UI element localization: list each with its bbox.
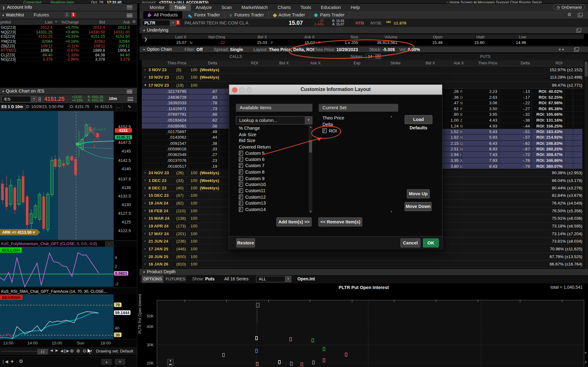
current-list-scrollbar[interactable]: ▲ ▼ xyxy=(390,115,393,213)
sort-icon[interactable]: ▼ xyxy=(55,20,57,23)
scrollbar-thumb[interactable] xyxy=(309,140,312,153)
expiration-row[interactable]: ›20 JUN 25(600)10067.79% (±13.525) xyxy=(142,253,584,261)
available-list-scrollbar[interactable]: ▲ ▼ xyxy=(309,125,312,213)
menu-analyze[interactable]: Analyze xyxy=(191,4,217,11)
expiration-row[interactable]: ›3 NOV 23(5)100(Weeklys)152.97% (±2.152) xyxy=(142,66,584,74)
available-item[interactable]: Custom11 xyxy=(236,188,309,194)
scroll-thumb[interactable]: ❚❚ xyxy=(37,349,48,354)
ondemand-button[interactable]: ◷OnDemand xyxy=(553,4,585,10)
scatter-plot-area[interactable] xyxy=(157,300,584,367)
quick-chart-bar[interactable]: ▾Quick Chart on /ES xyxy=(0,88,137,94)
expiration-row[interactable]: ›10 NOV 23(12)100(Weeklys)113.28% (±2.49… xyxy=(142,74,584,82)
pointer-tool-icon[interactable]: ▲ xyxy=(89,348,94,353)
scroll-down-icon[interactable]: ▼ xyxy=(390,210,392,213)
puts-col-header[interactable]: Bid X xyxy=(426,61,435,65)
tab-futures[interactable]: FUTURES xyxy=(164,275,187,283)
col-last[interactable]: Last xyxy=(45,20,53,24)
tab-active[interactable]: Active Trader xyxy=(269,11,310,19)
expand-row-icon[interactable]: ❯ xyxy=(144,37,147,42)
rsi-panel-plot[interactable] xyxy=(0,294,114,339)
scroll-up-icon[interactable]: ▲ xyxy=(390,115,392,118)
chart-style-icon[interactable]: ∿ xyxy=(125,104,134,110)
detach-window-icon[interactable] xyxy=(578,14,582,17)
crosshair-icon[interactable]: ⊕ xyxy=(70,348,74,353)
strike-col-header[interactable]: Strike xyxy=(391,61,401,65)
scroll-down-icon[interactable]: ▼ xyxy=(309,210,312,212)
calls-col-header[interactable]: Theo Price xyxy=(167,61,187,65)
move-down-button[interactable]: Move Down xyxy=(404,202,431,211)
chevron-down-icon[interactable]: ▼ xyxy=(31,96,37,102)
watchlist-header[interactable]: Symbol Last ▼ %Change Bid Ask ⚙ xyxy=(0,19,137,25)
collapse-icon[interactable]: ▾ xyxy=(2,90,4,93)
gear-icon[interactable]: ⚙ xyxy=(132,19,136,24)
tab-pairs[interactable]: Pairs Trader xyxy=(310,11,349,19)
add-items-button[interactable]: Add Item(s) >> xyxy=(276,218,312,227)
collapse-panel-icon[interactable]: ❘◀ xyxy=(2,359,8,364)
chart-info-cell[interactable]: H: 4152.5 xyxy=(94,104,117,110)
collapse-icon[interactable]: ▾ xyxy=(2,14,4,17)
add-gadget-icon[interactable]: + xyxy=(11,358,14,365)
chart-symbol-input[interactable]: /ES▼ xyxy=(2,96,37,102)
cancel-button[interactable]: Cancel xyxy=(400,239,420,248)
pan-left-icon[interactable]: ◀ xyxy=(50,349,53,352)
product-depth-bar[interactable]: ▾Product Depth xyxy=(140,269,588,275)
expiration-row[interactable]: ›16 JAN 26(810)10066.67% (±16.764) xyxy=(142,261,584,268)
available-item[interactable]: Custom 7 xyxy=(236,163,309,169)
series-selector[interactable]: All 16 Series xyxy=(224,277,249,281)
dialog-titlebar[interactable]: Customize Information Layout xyxy=(229,85,442,95)
interval-selector[interactable]: 10m xyxy=(109,96,117,101)
filter-collapse-icon[interactable]: ▼▼ xyxy=(558,48,565,51)
auto-scale-icon[interactable]: ◀❙▶ xyxy=(60,349,69,353)
chart-info-cell[interactable]: D: 10/29/23, 5:50 PM xyxy=(25,104,69,110)
calls-col-header[interactable]: ROI xyxy=(251,61,258,65)
chain-scrollbar-track[interactable] xyxy=(584,60,588,269)
pan-right-icon[interactable]: ▶ xyxy=(55,349,58,352)
menu-trade[interactable]: Trade xyxy=(170,4,191,11)
available-item[interactable]: Custom10 xyxy=(236,182,309,188)
puts-col-header[interactable]: Ask X xyxy=(454,61,464,65)
scatter-scroll-up-icon[interactable]: ▲ xyxy=(584,351,587,354)
available-item[interactable]: Bid Size xyxy=(236,138,309,144)
link-icon[interactable] xyxy=(37,97,42,102)
alert-badge[interactable]: 1 xyxy=(176,20,180,25)
tab-allproducts[interactable]: All Products xyxy=(143,11,182,19)
zoom-in-icon[interactable]: ⊕ xyxy=(76,348,80,353)
restore-button[interactable]: Restore xyxy=(236,239,255,248)
watchlist-row[interactable]: ES[Z23]4151.25+0.33%4151.254151.50 xyxy=(0,34,137,39)
gadget-menu-icon[interactable] xyxy=(127,6,132,9)
puts-col-header[interactable]: ROI xyxy=(556,61,563,65)
gear-icon[interactable]: ⚙ xyxy=(568,12,572,17)
settings-gear-icon[interactable]: ⚙ xyxy=(19,358,23,364)
remove-items-button[interactable]: << Remove Item(s) xyxy=(318,218,362,227)
menu-marketwatch[interactable]: MarketWatch xyxy=(237,4,273,11)
top-right-menu[interactable]: ⌂ Home Screen ✉ Messages Support Chat Ro… xyxy=(446,0,542,3)
momentum-panel-plot[interactable] xyxy=(0,247,114,287)
col-symbol[interactable]: Symbol xyxy=(0,20,11,24)
metric-selector[interactable]: Open.Int xyxy=(297,277,315,281)
lookup-combobox[interactable]: Lookup a column... ▼ xyxy=(236,116,312,125)
chevron-down-icon[interactable]: ▼ xyxy=(305,117,312,124)
col-ask[interactable]: Ask xyxy=(123,20,130,24)
menu-education[interactable]: Education xyxy=(316,4,346,11)
calls-col-header[interactable]: Bid X xyxy=(279,61,289,65)
chart-settings-menu-icon[interactable] xyxy=(128,97,133,101)
available-item[interactable]: Ask Size xyxy=(236,132,309,138)
tab-forex[interactable]: Forex Trader xyxy=(184,11,225,19)
drawing-set-selector[interactable]: Drawing set: Default xyxy=(96,349,133,353)
chart-alert-badge[interactable]: ARK <= 4113.50 × xyxy=(0,229,40,235)
menu-charts[interactable]: Charts xyxy=(273,4,296,11)
scroll-track[interactable] xyxy=(1,351,38,352)
candle-chart-extended-session[interactable] xyxy=(58,111,114,240)
available-item[interactable]: Custom 9 xyxy=(236,175,309,181)
momentum-study-title[interactable]: KoS_PolyMomentum_Chat_GPT (CLOSE, 5, 0.0… xyxy=(1,241,97,246)
menu-monitor[interactable]: Monitor xyxy=(145,4,170,11)
close-icon[interactable]: × xyxy=(33,230,35,235)
show-selector[interactable]: Show: Puts xyxy=(192,277,214,281)
scatter-scroll-down-icon[interactable]: ▼ xyxy=(584,361,587,364)
ok-button[interactable]: OK xyxy=(423,239,439,248)
watchlist-selector[interactable]: Futures xyxy=(34,12,49,18)
chart-info-cell[interactable]: ... xyxy=(115,104,123,110)
filter-selector[interactable]: Filter: Off xyxy=(184,47,203,52)
collapse-icon[interactable]: ▾ xyxy=(143,270,145,274)
chevron-down-icon[interactable]: ▼ xyxy=(285,276,291,282)
